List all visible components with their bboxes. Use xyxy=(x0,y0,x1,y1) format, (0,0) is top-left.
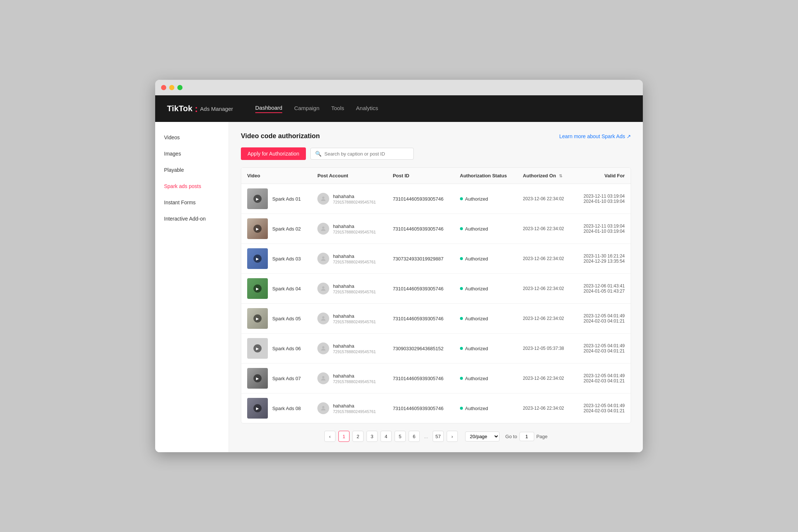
table-row: ▶ Spark Ads 05 hahahaha 7291578880249545… xyxy=(241,304,631,334)
play-button-7[interactable]: ▶ xyxy=(253,404,262,412)
title-bar xyxy=(155,80,643,95)
table-header: Video Post Account Post ID Authorization… xyxy=(241,168,631,184)
apply-authorization-button[interactable]: Apply for Authorization xyxy=(241,147,306,160)
status-label-0: Authorized xyxy=(465,196,488,202)
status-badge-5: Authorized xyxy=(460,346,511,351)
cell-authorized-on-0: 2023-12-06 22:34:02 xyxy=(517,184,574,214)
status-dot-4 xyxy=(460,317,463,320)
minimize-button[interactable] xyxy=(169,85,174,90)
svg-point-5 xyxy=(322,346,324,348)
nav-analytics[interactable]: Analytics xyxy=(356,105,378,113)
account-info-4: hahahaha 7291578880249545761 xyxy=(333,313,376,324)
page-button-3[interactable]: 3 xyxy=(366,431,378,442)
account-name-7: hahahaha xyxy=(333,403,376,409)
page-button-last[interactable]: 57 xyxy=(433,431,444,442)
page-ellipsis: ... xyxy=(423,434,430,439)
cell-valid-3: 2023-12-06 01:43:412024-01-05 01:43:27 xyxy=(574,274,631,304)
nav-tools[interactable]: Tools xyxy=(331,105,344,113)
goto-label: Go to xyxy=(505,434,517,439)
table-row: ▶ Spark Ads 04 hahahaha 7291578880249545… xyxy=(241,274,631,304)
nav-campaign[interactable]: Campaign xyxy=(294,105,319,113)
search-input[interactable] xyxy=(324,151,409,157)
per-page-select[interactable]: 20/page 50/page 100/page xyxy=(465,432,499,441)
cell-postid-5: 7309033029643685152 xyxy=(387,334,454,364)
status-label-2: Authorized xyxy=(465,256,488,262)
sidebar-item-playable[interactable]: Playable xyxy=(155,162,229,178)
col-post-id: Post ID xyxy=(387,168,454,184)
account-id-5: 7291578880249545761 xyxy=(333,349,376,354)
status-dot-6 xyxy=(460,377,463,380)
table-row: ▶ Spark Ads 03 hahahaha 7291578880249545… xyxy=(241,244,631,274)
sidebar-item-interactive-addon[interactable]: Interactive Add-on xyxy=(155,211,229,227)
table-body: ▶ Spark Ads 01 hahahaha 7291578880249545… xyxy=(241,184,631,423)
sidebar-item-spark-ads-posts[interactable]: Spark ads posts xyxy=(155,178,229,194)
cell-video-0: ▶ Spark Ads 01 xyxy=(241,184,311,214)
cell-authorized-on-1: 2023-12-06 22:34:02 xyxy=(517,214,574,244)
video-cell-2: ▶ Spark Ads 03 xyxy=(247,248,306,269)
account-id-2: 7291578880249545761 xyxy=(333,260,376,264)
svg-point-0 xyxy=(322,197,324,199)
video-cell-3: ▶ Spark Ads 04 xyxy=(247,278,306,299)
external-link-icon: ↗ xyxy=(627,133,631,139)
cell-account-5: hahahaha 7291578880249545761 xyxy=(311,334,387,364)
cell-postid-6: 7310144605939305746 xyxy=(387,364,454,393)
col-auth-status: Authorization Status xyxy=(454,168,517,184)
play-button-3[interactable]: ▶ xyxy=(253,284,262,293)
page-button-5[interactable]: 5 xyxy=(395,431,406,442)
play-button-2[interactable]: ▶ xyxy=(253,255,262,263)
sidebar-item-instant-forms[interactable]: Instant Forms xyxy=(155,194,229,211)
page-label: Page xyxy=(536,434,548,439)
page-button-4[interactable]: 4 xyxy=(381,431,392,442)
cell-valid-1: 2023-12-11 03:19:042024-01-10 03:19:04 xyxy=(574,214,631,244)
authorization-table: Video Post Account Post ID Authorization… xyxy=(241,168,631,423)
cell-postid-7: 7310144605939305746 xyxy=(387,393,454,423)
svg-point-6 xyxy=(322,376,324,378)
cell-account-7: hahahaha 7291578880249545761 xyxy=(311,393,387,423)
cell-postid-0: 7310144605939305746 xyxy=(387,184,454,214)
video-name-0: Spark Ads 01 xyxy=(272,196,301,202)
col-valid-for: Valid For xyxy=(574,168,631,184)
brand-subtitle: Ads Manager xyxy=(200,106,233,112)
page-button-1[interactable]: 1 xyxy=(338,431,349,442)
video-cell-4: ▶ Spark Ads 05 xyxy=(247,308,306,329)
status-badge-0: Authorized xyxy=(460,196,511,202)
learn-more-link[interactable]: Learn more about Spark Ads ↗ xyxy=(559,133,631,139)
play-button-6[interactable]: ▶ xyxy=(253,374,262,382)
main-layout: Videos Images Playable Spark ads posts I… xyxy=(155,122,643,452)
cell-status-0: Authorized xyxy=(454,184,517,214)
nav-dashboard[interactable]: Dashboard xyxy=(255,105,282,113)
page-button-6[interactable]: 6 xyxy=(409,431,420,442)
play-button-1[interactable]: ▶ xyxy=(253,225,262,233)
play-button-4[interactable]: ▶ xyxy=(253,314,262,323)
play-button-0[interactable]: ▶ xyxy=(253,195,262,203)
video-thumbnail-5: ▶ xyxy=(247,338,268,359)
goto-input[interactable] xyxy=(519,432,534,441)
maximize-button[interactable] xyxy=(177,85,183,90)
account-cell-6: hahahaha 7291578880249545761 xyxy=(317,372,381,384)
sidebar-item-videos[interactable]: Videos xyxy=(155,129,229,146)
cell-authorized-on-6: 2023-12-06 22:34:02 xyxy=(517,364,574,393)
cell-authorized-on-7: 2023-12-06 22:34:02 xyxy=(517,393,574,423)
video-thumbnail-7: ▶ xyxy=(247,398,268,419)
cell-authorized-on-3: 2023-12-06 22:34:02 xyxy=(517,274,574,304)
play-button-5[interactable]: ▶ xyxy=(253,344,262,352)
cell-postid-2: 7307324933019929887 xyxy=(387,244,454,274)
video-name-2: Spark Ads 03 xyxy=(272,256,301,262)
close-button[interactable] xyxy=(161,85,166,90)
cell-valid-6: 2023-12-05 04:01:492024-02-03 04:01:21 xyxy=(574,364,631,393)
video-thumbnail-4: ▶ xyxy=(247,308,268,329)
prev-page-button[interactable]: ‹ xyxy=(324,431,335,442)
next-page-button[interactable]: › xyxy=(447,431,458,442)
nav-links: Dashboard Campaign Tools Analytics xyxy=(255,105,378,113)
cell-account-1: hahahaha 7291578880249545761 xyxy=(311,214,387,244)
learn-more-text: Learn more about Spark Ads xyxy=(559,133,625,139)
avatar-4 xyxy=(317,313,329,324)
account-id-1: 7291578880249545761 xyxy=(333,230,376,234)
status-label-6: Authorized xyxy=(465,376,488,381)
cell-video-5: ▶ Spark Ads 06 xyxy=(241,334,311,364)
sidebar-item-images[interactable]: Images xyxy=(155,146,229,162)
page-button-2[interactable]: 2 xyxy=(352,431,364,442)
cell-valid-7: 2023-12-05 04:01:492024-02-03 04:01:21 xyxy=(574,393,631,423)
avatar-6 xyxy=(317,372,329,384)
video-cell-5: ▶ Spark Ads 06 xyxy=(247,338,306,359)
